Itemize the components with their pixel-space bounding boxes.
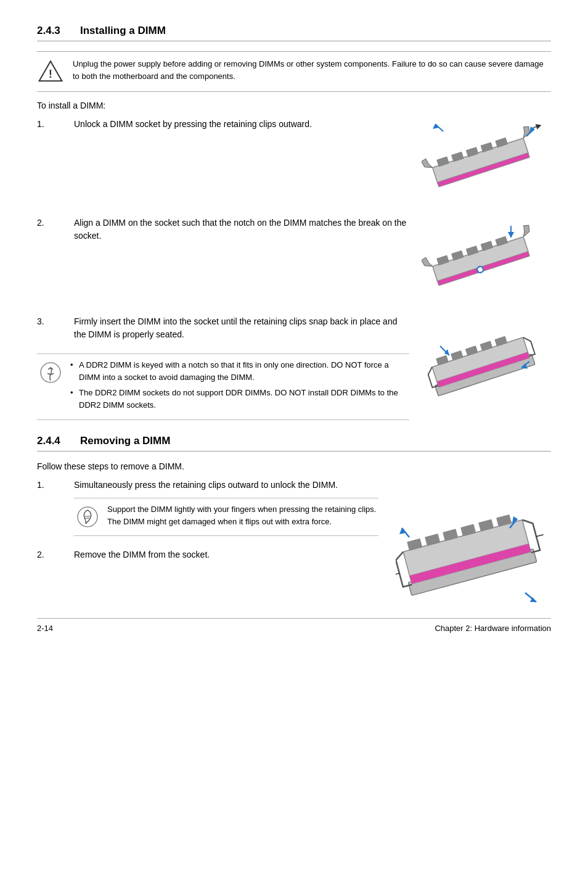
footer-chapter: Chapter 2: Hardware information <box>435 624 551 633</box>
step-243-2-row: 2. Align a DIMM on the socket such that … <box>37 217 551 309</box>
footer-page-number: 2-14 <box>37 624 53 633</box>
section-244-content: 1. Simultaneously press the retaining cl… <box>37 479 551 621</box>
section-244-left: 1. Simultaneously press the retaining cl… <box>37 479 391 574</box>
warning-triangle-icon: ! <box>38 59 63 84</box>
note-item-2: The DDR2 DIMM sockets do not support DDR… <box>70 387 409 411</box>
step-244-2: 2. Remove the DIMM from the socket. <box>37 548 391 561</box>
step-243-2: 2. Align a DIMM on the socket such that … <box>37 217 409 242</box>
step-243-1-num: 1. <box>37 118 74 129</box>
step-243-3-row: 3. Firmly insert the DIMM into the socke… <box>37 315 551 420</box>
note-box-244: Support the DIMM lightly with your finge… <box>74 498 378 536</box>
section-244-title: Removing a DIMM <box>80 435 170 447</box>
step-243-1-left: 1. Unlock a DIMM socket by pressing the … <box>37 118 409 143</box>
warning-box-243: ! Unplug the power supply before adding … <box>37 51 551 92</box>
dimm-diagram-2 <box>422 217 545 309</box>
page: 2.4.3 Installing a DIMM ! Unplug the pow… <box>0 0 588 645</box>
note-text-244: Support the DIMM lightly with your finge… <box>107 503 378 527</box>
step-244-1-content: Simultaneously press the retaining clips… <box>74 479 391 536</box>
svg-line-43 <box>536 535 544 537</box>
note-box-243: A DDR2 DIMM is keyed with a notch so tha… <box>37 353 409 420</box>
warning-text-243: Unplug the power supply before adding or… <box>73 58 551 82</box>
step-243-3-diagram <box>409 315 551 414</box>
note-list-243: A DDR2 DIMM is keyed with a notch so tha… <box>70 359 409 415</box>
svg-text:!: ! <box>49 68 52 80</box>
dimm-removal-diagram <box>396 479 547 621</box>
step-243-2-diagram <box>409 217 551 309</box>
step-244-1-text: Simultaneously press the retaining clips… <box>74 480 338 490</box>
step-243-3: 3. Firmly insert the DIMM into the socke… <box>37 315 409 341</box>
section-243-number: 2.4.3 <box>37 25 80 37</box>
note-icon-243 <box>37 359 64 386</box>
step-243-3-num: 3. <box>37 315 74 326</box>
step-243-3-text: Firmly insert the DIMM into the socket u… <box>74 315 409 341</box>
note-pencil-icon <box>39 361 62 384</box>
note-icon-244 <box>74 503 101 530</box>
step-243-3-left: 3. Firmly insert the DIMM into the socke… <box>37 315 409 420</box>
note-item-1: A DDR2 DIMM is keyed with a notch so tha… <box>70 359 409 383</box>
section-244-heading: 2.4.4 Removing a DIMM <box>37 435 551 452</box>
step-243-1-text: Unlock a DIMM socket by pressing the ret… <box>74 118 409 131</box>
step-243-2-num: 2. <box>37 217 74 228</box>
note-feather-icon <box>76 505 99 529</box>
dimm-diagram-3 <box>422 315 545 414</box>
svg-marker-20 <box>508 232 514 238</box>
step-243-1-diagram <box>409 118 551 210</box>
section-243-title: Installing a DIMM <box>80 25 166 37</box>
svg-marker-30 <box>444 349 449 355</box>
intro-text-243: To install a DIMM: <box>37 101 551 110</box>
step-244-2-text: Remove the DIMM from the socket. <box>74 548 391 561</box>
step-244-1-num: 1. <box>37 479 74 490</box>
step-243-1-row: 1. Unlock a DIMM socket by pressing the … <box>37 118 551 210</box>
intro-text-244: Follow these steps to remove a DIMM. <box>37 461 551 471</box>
step-244-1: 1. Simultaneously press the retaining cl… <box>37 479 391 536</box>
step-244-2-num: 2. <box>37 548 74 559</box>
section-244-number: 2.4.4 <box>37 435 80 447</box>
warning-icon: ! <box>37 58 64 85</box>
dimm-diagram-1 <box>422 118 545 210</box>
svg-line-42 <box>396 573 399 575</box>
step-243-1: 1. Unlock a DIMM socket by pressing the … <box>37 118 409 131</box>
svg-point-32 <box>78 507 97 527</box>
step-243-2-text: Align a DIMM on the socket such that the… <box>74 217 409 242</box>
step-243-2-left: 2. Align a DIMM on the socket such that … <box>37 217 409 255</box>
footer: 2-14 Chapter 2: Hardware information <box>37 618 551 633</box>
step-244-diagram <box>391 479 551 621</box>
section-243-heading: 2.4.3 Installing a DIMM <box>37 25 551 41</box>
